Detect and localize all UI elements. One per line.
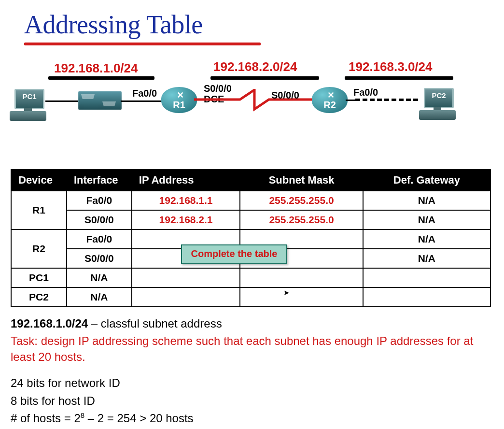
pc2-icon: PC2 — [419, 88, 456, 120]
network-bar-3 — [345, 76, 453, 80]
cell-iface: N/A — [67, 268, 132, 287]
cell-gw — [363, 268, 490, 287]
network-bar-1 — [48, 76, 154, 80]
table-header-row: Device Interface IP Address Subnet Mask … — [11, 170, 490, 191]
network-label-2: 192.168.2.0/24 — [213, 59, 297, 74]
router-r2-icon: ✕ R2 — [312, 87, 348, 113]
cell-iface: Fa0/0 — [67, 229, 132, 249]
spacer — [11, 367, 479, 373]
table-row: PC1 N/A — [11, 268, 490, 287]
cell-mask — [240, 287, 363, 307]
cell-gw: N/A — [363, 249, 490, 268]
note-line-1: 192.168.1.0/24 – classful subnet address — [11, 316, 479, 331]
note-line-5: # of hosts = 28 – 2 = 254 > 20 hosts — [11, 411, 479, 426]
hosts-post: – 2 = 254 > 20 hosts — [84, 412, 194, 425]
router-r2-label: R2 — [312, 100, 348, 111]
th-ip: IP Address — [132, 170, 240, 191]
task-line: Task: design IP addressing scheme such t… — [11, 333, 479, 365]
cell-mask: 255.255.255.0 — [240, 191, 363, 210]
cell-device: PC1 — [11, 268, 67, 287]
cell-ip: 192.168.1.1 — [132, 191, 240, 210]
th-device: Device — [11, 170, 67, 191]
cell-gw: N/A — [363, 191, 490, 210]
cell-device: R1 — [11, 191, 67, 229]
addressing-table: Device Interface IP Address Subnet Mask … — [11, 169, 491, 307]
page-title: Addressing Table — [24, 10, 493, 40]
cell-gw: N/A — [363, 229, 490, 249]
link-r2-stub — [346, 100, 355, 101]
cell-ip — [132, 287, 240, 307]
addressing-table-wrapper: Device Interface IP Address Subnet Mask … — [11, 169, 491, 307]
complete-table-callout: Complete the table — [181, 244, 287, 264]
cell-gw — [363, 287, 490, 307]
network-bar-2 — [210, 76, 319, 80]
cell-mask: 255.255.255.0 — [240, 210, 363, 229]
cell-device: R2 — [11, 229, 67, 268]
note-line-4: 8 bits for host ID — [11, 393, 479, 409]
network-label-1: 192.168.1.0/24 — [54, 61, 138, 76]
classful-desc: – classful subnet address — [88, 317, 222, 330]
th-interface: Interface — [67, 170, 132, 191]
cell-iface: N/A — [67, 287, 132, 307]
pc1-label: PC1 — [18, 92, 41, 100]
cell-iface: S0/0/0 — [67, 249, 132, 268]
pc2-label: PC2 — [427, 91, 450, 100]
hosts-exp: 8 — [81, 411, 84, 419]
notes-block: 192.168.1.0/24 – classful subnet address… — [11, 316, 479, 426]
cell-ip — [132, 268, 240, 287]
th-mask: Subnet Mask — [240, 170, 363, 191]
table-row: S0/0/0 192.168.2.1 255.255.255.0 N/A — [11, 210, 490, 229]
cell-device: PC2 — [11, 287, 67, 307]
cell-ip: 192.168.2.1 — [132, 210, 240, 229]
table-row: PC2 N/A — [11, 287, 490, 307]
network-topology-diagram: 192.168.1.0/24 192.168.2.0/24 192.168.3.… — [11, 66, 493, 153]
cell-mask — [240, 268, 363, 287]
r2-fa00-label: Fa0/0 — [353, 87, 378, 98]
cell-iface: Fa0/0 — [67, 191, 132, 210]
th-gateway: Def. Gateway — [363, 170, 490, 191]
router-r1-icon: ✕ R1 — [161, 87, 197, 113]
hosts-pre: # of hosts = 2 — [11, 412, 81, 425]
cell-iface: S0/0/0 — [67, 210, 132, 229]
pc1-icon: PC1 — [10, 89, 46, 121]
link-switch-r1 — [121, 100, 164, 102]
table-row: R1 Fa0/0 192.168.1.1 255.255.255.0 N/A — [11, 191, 490, 210]
r2-s000-label: S0/0/0 — [271, 90, 299, 101]
title-underline — [24, 43, 261, 45]
router-r1-label: R1 — [161, 100, 197, 111]
classful-address: 192.168.1.0/24 — [11, 317, 88, 330]
r1-fa00-label: Fa0/0 — [132, 88, 157, 99]
link-pc1-switch — [45, 100, 79, 102]
switch-icon — [78, 91, 122, 110]
link-r2-pc2 — [355, 99, 418, 101]
note-line-3: 24 bits for network ID — [11, 375, 479, 391]
network-label-3: 192.168.3.0/24 — [349, 59, 433, 74]
cell-gw: N/A — [363, 210, 490, 229]
